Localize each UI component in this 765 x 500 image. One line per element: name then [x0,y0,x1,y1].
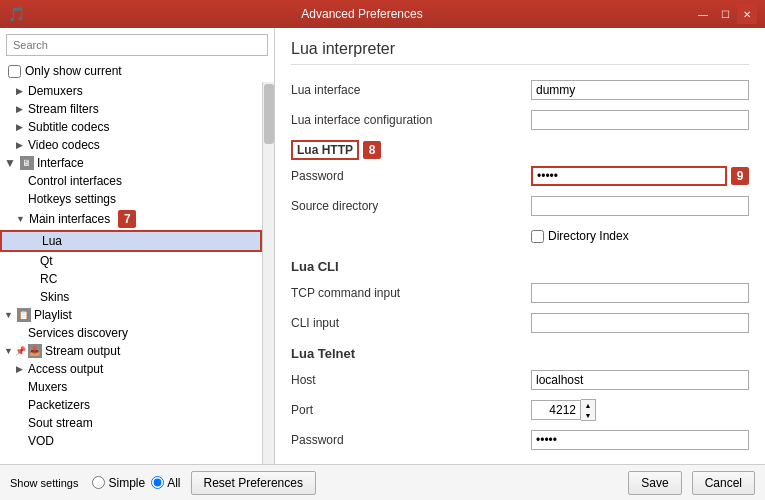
tree-label: Packetizers [28,398,90,412]
arrow-icon: ▶ [16,104,28,114]
tree-label: Subtitle codecs [28,120,109,134]
show-settings-label: Show settings [10,477,78,489]
directory-index-text: Directory Index [548,229,629,243]
tree-item-sout-stream[interactable]: Sout stream [0,414,262,432]
simple-radio-label[interactable]: Simple [92,476,145,490]
lua-interface-config-input[interactable] [531,110,749,130]
lua-http-password-row: Password 9 [291,165,749,187]
tree-label: Access output [28,362,103,376]
tree-label: Interface [37,156,84,170]
tree-item-qt[interactable]: Qt [0,252,262,270]
all-radio-label[interactable]: All [151,476,180,490]
telnet-password-label: Password [291,433,531,447]
tree-item-vod[interactable]: VOD [0,432,262,450]
app-icon: 🎵 [8,6,25,22]
tree-item-video-codecs[interactable]: ▶ Video codecs [0,136,262,154]
annotation-9: 9 [731,167,749,185]
tree-label: Stream output [45,344,120,358]
cli-input-row: CLI input [291,312,749,334]
lua-cli-section: Lua CLI [291,259,749,274]
lua-interface-input[interactable] [531,80,749,100]
lua-interface-label: Lua interface [291,83,531,97]
tree-label: Hotkeys settings [28,192,116,206]
tree-label: Stream filters [28,102,99,116]
tree-item-packetizers[interactable]: Packetizers [0,396,262,414]
tree-item-demuxers[interactable]: ▶ Demuxers [0,82,262,100]
tree-item-skins[interactable]: Skins [0,288,262,306]
port-spinner: ▲ ▼ [531,399,596,421]
tree-item-main-interfaces[interactable]: ▼ Main interfaces 7 [0,208,262,230]
save-button[interactable]: Save [628,471,681,495]
tcp-command-input-row: TCP command input [291,282,749,304]
tree-item-control-interfaces[interactable]: Control interfaces [0,172,262,190]
tree-item-hotkeys-settings[interactable]: Hotkeys settings [0,190,262,208]
reset-preferences-button[interactable]: Reset Preferences [191,471,316,495]
cancel-button[interactable]: Cancel [692,471,755,495]
tree-label: Video codecs [28,138,100,152]
lua-interface-row: Lua interface [291,79,749,101]
bottom-bar: Show settings Simple All Reset Preferenc… [0,464,765,500]
tree-label: RC [40,272,57,286]
lua-http-section: Lua HTTP 8 [291,139,749,161]
cli-input-label: CLI input [291,316,531,330]
all-label: All [167,476,180,490]
port-increment-button[interactable]: ▲ [581,400,595,410]
title-bar: 🎵 Advanced Preferences — ☐ ✕ [0,0,765,28]
tcp-command-input-label: TCP command input [291,286,531,300]
arrow-icon: ▶ [16,140,28,150]
tree-item-lua[interactable]: Lua [0,230,262,252]
tree-label: VOD [28,434,54,448]
tree-label: Playlist [34,308,72,322]
annotation-7: 7 [118,210,136,228]
arrow-icon: ▶ [16,122,28,132]
close-button[interactable]: ✕ [737,4,757,24]
tree-label: Lua [42,234,62,248]
tree-item-services-discovery[interactable]: Services discovery [0,324,262,342]
tree-label: Skins [40,290,69,304]
tree-item-interface[interactable]: ▼ 🖥 Interface [0,154,262,172]
tree-item-muxers[interactable]: Muxers [0,378,262,396]
settings-mode-group: Simple All [92,476,180,490]
arrow-icon: ▶ [16,86,28,96]
tree-scrollbar[interactable] [262,82,274,464]
tcp-command-input[interactable] [531,283,749,303]
tree-label: Muxers [28,380,67,394]
lua-http-password-input[interactable] [531,166,727,186]
tree-label: Control interfaces [28,174,122,188]
tree-item-playlist[interactable]: ▼ 📋 Playlist [0,306,262,324]
directory-index-checkbox[interactable] [531,230,544,243]
source-directory-label: Source directory [291,199,531,213]
section-title: Lua interpreter [291,40,749,65]
cli-input[interactable] [531,313,749,333]
tree-item-subtitle-codecs[interactable]: ▶ Subtitle codecs [0,118,262,136]
lua-interface-config-label: Lua interface configuration [291,113,531,127]
maximize-button[interactable]: ☐ [715,4,735,24]
all-radio[interactable] [151,476,164,489]
port-input[interactable] [531,400,581,420]
simple-radio[interactable] [92,476,105,489]
minimize-button[interactable]: — [693,4,713,24]
tree-label: Demuxers [28,84,83,98]
port-decrement-button[interactable]: ▼ [581,410,595,420]
source-directory-input[interactable] [531,196,749,216]
content-area: Only show current ▶ Demuxers ▶ Stream fi… [0,28,765,464]
lua-telnet-section: Lua Telnet [291,346,749,361]
directory-index-row: Directory Index [291,225,749,247]
tree-item-stream-output[interactable]: ▼ 📌 📤 Stream output [0,342,262,360]
arrow-icon: ▶ [16,364,28,374]
lua-http-password-label: Password [291,169,531,183]
tree-label: Services discovery [28,326,128,340]
tree-item-access-output[interactable]: ▶ Access output [0,360,262,378]
port-row: Port ▲ ▼ [291,399,749,421]
telnet-password-input[interactable] [531,430,749,450]
search-input[interactable] [6,34,268,56]
annotation-8: 8 [363,141,381,159]
window-title: Advanced Preferences [31,7,693,21]
port-label: Port [291,403,531,417]
port-spinner-btns: ▲ ▼ [581,399,596,421]
host-input[interactable] [531,370,749,390]
tree-item-rc[interactable]: RC [0,270,262,288]
only-show-current-checkbox[interactable] [8,65,21,78]
tree-item-stream-filters[interactable]: ▶ Stream filters [0,100,262,118]
tree-label: Qt [40,254,53,268]
